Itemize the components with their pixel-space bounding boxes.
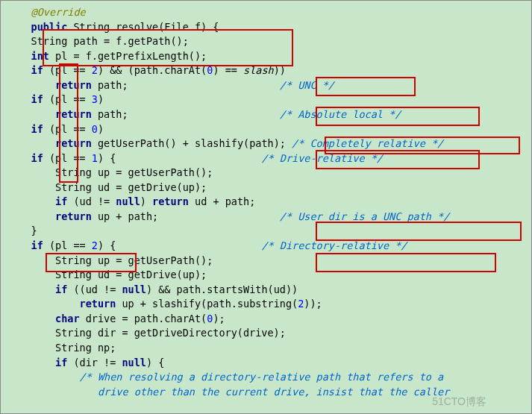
- kw-null: null: [122, 283, 146, 295]
- comment-block2: drive other than the current drive, insi…: [7, 386, 449, 398]
- comment-driverel: /* Drive-relative */: [261, 152, 383, 164]
- field-slash: slash: [243, 64, 274, 76]
- stmt-dir: String dir = getDriveDirectory(drive);: [7, 327, 286, 339]
- kw-return: return: [55, 108, 92, 120]
- num-1: 1: [92, 152, 98, 164]
- kw-if: if: [55, 357, 67, 368]
- kw-char: char: [55, 313, 80, 324]
- comment-userdirunc: /* User dir is a UNC path */: [280, 210, 450, 222]
- kw-null: null: [122, 357, 146, 368]
- watermark: 51CTO博客: [432, 394, 486, 409]
- comment-unc: /* UNC */: [280, 79, 334, 91]
- kw-public: public: [31, 21, 68, 33]
- kw-null: null: [116, 195, 140, 207]
- method-sig: String resolve(File f) {: [67, 21, 219, 33]
- kw-int: int: [31, 50, 49, 62]
- num-3: 3: [92, 93, 98, 105]
- num-0: 0: [92, 123, 98, 135]
- kw-if: if: [55, 283, 67, 295]
- stmt-up2: String up = getUserPath();: [7, 254, 213, 266]
- kw-if: if: [31, 123, 43, 135]
- comment-comprel: /* Completely relative */: [292, 137, 443, 149]
- kw-if: if: [55, 195, 67, 207]
- kw-return: return: [55, 210, 92, 222]
- stmt-pl: pl = f.getPrefixLength();: [49, 50, 207, 62]
- num-2: 2: [92, 239, 98, 251]
- stmt-np: String np;: [7, 342, 116, 354]
- kw-return: return: [55, 79, 92, 91]
- comment-block1: /* When resolving a directory-relative p…: [80, 371, 444, 383]
- num-2: 2: [92, 64, 98, 76]
- kw-return: return: [55, 137, 92, 149]
- stmt-up: String up = getUserPath();: [7, 166, 213, 178]
- kw-if: if: [31, 93, 43, 105]
- comment-abslocal: /* Absolute local */: [280, 108, 401, 120]
- annotation: @Override: [31, 6, 86, 18]
- close-brace: }: [7, 225, 37, 236]
- stmt-ud: String ud = getDrive(up);: [7, 181, 207, 193]
- kw-if: if: [31, 239, 43, 251]
- comment-dirrel: /* Directory-relative */: [261, 239, 407, 251]
- kw-if: if: [31, 152, 43, 164]
- kw-if: if: [31, 64, 43, 76]
- kw-return: return: [152, 195, 189, 207]
- stmt-path: String path = f.getPath();: [7, 35, 189, 47]
- kw-return: return: [80, 298, 116, 310]
- stmt-ud2: String ud = getDrive(up);: [7, 269, 207, 280]
